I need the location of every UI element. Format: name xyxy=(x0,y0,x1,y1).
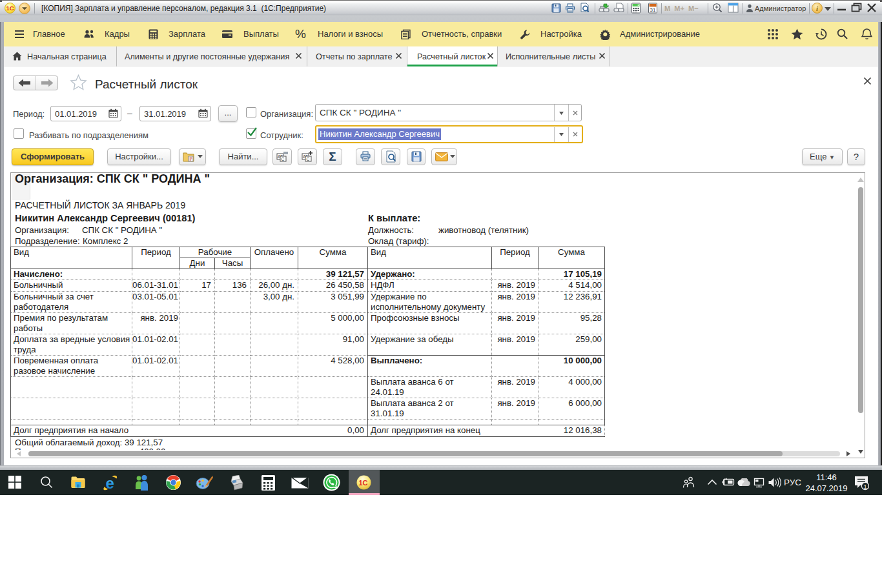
svg-text:С: С xyxy=(307,157,310,161)
svg-text:31: 31 xyxy=(650,7,656,13)
svg-text:С: С xyxy=(282,157,285,161)
svg-text:e: e xyxy=(106,475,114,491)
svg-text:1С: 1С xyxy=(6,5,14,12)
svg-text:1: 1 xyxy=(863,483,867,490)
svg-text:1С: 1С xyxy=(358,479,367,487)
